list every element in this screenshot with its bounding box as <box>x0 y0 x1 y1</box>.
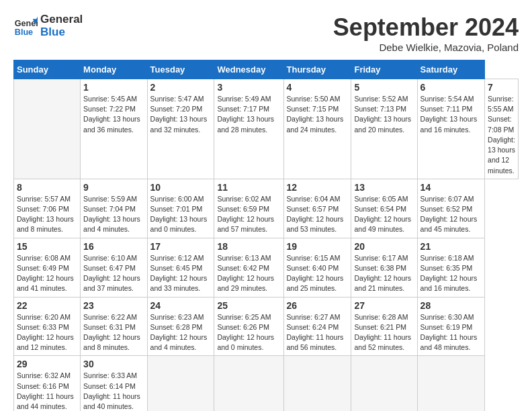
day-number: 24 <box>150 300 212 311</box>
day-info: Sunrise: 5:47 AMSunset: 7:20 PMDaylight:… <box>150 95 208 134</box>
calendar-cell: 14 Sunrise: 6:07 AMSunset: 6:52 PMDaylig… <box>417 179 484 238</box>
calendar-week-2: 15 Sunrise: 6:08 AMSunset: 6:49 PMDaylig… <box>14 238 519 297</box>
day-number: 11 <box>217 182 280 193</box>
logo-general: General <box>40 13 83 26</box>
day-number: 28 <box>420 300 482 311</box>
day-number: 20 <box>354 241 414 252</box>
calendar-cell: 24 Sunrise: 6:23 AMSunset: 6:28 PMDaylig… <box>147 297 214 356</box>
day-number: 23 <box>83 300 144 311</box>
svg-text:Blue: Blue <box>15 27 33 36</box>
calendar-cell: 15 Sunrise: 6:08 AMSunset: 6:49 PMDaylig… <box>14 238 81 297</box>
day-number: 9 <box>83 182 144 193</box>
day-number: 16 <box>83 241 144 252</box>
day-info: Sunrise: 6:02 AMSunset: 6:59 PMDaylight:… <box>217 195 274 234</box>
weekday-header-row: SundayMondayTuesdayWednesdayThursdayFrid… <box>14 60 519 79</box>
day-number: 21 <box>420 241 482 252</box>
calendar-week-0: 1 Sunrise: 5:45 AMSunset: 7:22 PMDayligh… <box>14 79 519 179</box>
day-info: Sunrise: 6:05 AMSunset: 6:54 PMDaylight:… <box>354 195 411 234</box>
day-info: Sunrise: 6:18 AMSunset: 6:35 PMDaylight:… <box>420 254 478 293</box>
day-info: Sunrise: 6:13 AMSunset: 6:42 PMDaylight:… <box>217 254 274 293</box>
day-info: Sunrise: 5:54 AMSunset: 7:11 PMDaylight:… <box>420 95 478 134</box>
calendar-cell: 3 Sunrise: 5:49 AMSunset: 7:17 PMDayligh… <box>214 79 283 179</box>
calendar-cell: 12 Sunrise: 6:04 AMSunset: 6:57 PMDaylig… <box>283 179 351 238</box>
day-info: Sunrise: 6:10 AMSunset: 6:47 PMDaylight:… <box>83 254 140 293</box>
title-block: September 2024 Debe Wielkie, Mazovia, Po… <box>333 13 519 53</box>
calendar-cell <box>351 356 417 411</box>
day-number: 17 <box>150 241 212 252</box>
day-number: 4 <box>287 82 349 93</box>
day-info: Sunrise: 6:20 AMSunset: 6:33 PMDaylight:… <box>17 313 74 352</box>
day-number: 7 <box>488 82 515 93</box>
day-info: Sunrise: 5:45 AMSunset: 7:22 PMDaylight:… <box>83 95 140 134</box>
calendar-cell <box>147 356 214 411</box>
day-number: 13 <box>354 182 414 193</box>
day-info: Sunrise: 6:28 AMSunset: 6:21 PMDaylight:… <box>354 313 411 352</box>
logo: General Blue General Blue <box>13 13 83 38</box>
day-number: 26 <box>287 300 349 311</box>
day-number: 18 <box>217 241 280 252</box>
calendar-cell: 25 Sunrise: 6:25 AMSunset: 6:26 PMDaylig… <box>214 297 283 356</box>
day-info: Sunrise: 5:57 AMSunset: 7:06 PMDaylight:… <box>17 195 74 234</box>
day-info: Sunrise: 6:04 AMSunset: 6:57 PMDaylight:… <box>287 195 344 234</box>
day-number: 6 <box>420 82 482 93</box>
calendar-cell: 10 Sunrise: 6:00 AMSunset: 7:01 PMDaylig… <box>147 179 214 238</box>
calendar-cell: 1 Sunrise: 5:45 AMSunset: 7:22 PMDayligh… <box>81 79 147 179</box>
calendar-cell <box>214 356 283 411</box>
day-info: Sunrise: 5:49 AMSunset: 7:17 PMDaylight:… <box>217 95 274 134</box>
calendar-cell: 7 Sunrise: 5:55 AMSunset: 7:08 PMDayligh… <box>485 79 519 179</box>
calendar-cell: 19 Sunrise: 6:15 AMSunset: 6:40 PMDaylig… <box>283 238 351 297</box>
calendar-week-3: 22 Sunrise: 6:20 AMSunset: 6:33 PMDaylig… <box>14 297 519 356</box>
day-info: Sunrise: 6:32 AMSunset: 6:16 PMDaylight:… <box>17 371 74 410</box>
day-info: Sunrise: 6:08 AMSunset: 6:49 PMDaylight:… <box>17 254 74 293</box>
day-info: Sunrise: 6:30 AMSunset: 6:19 PMDaylight:… <box>420 313 478 352</box>
calendar-cell: 20 Sunrise: 6:17 AMSunset: 6:38 PMDaylig… <box>351 238 417 297</box>
day-number: 3 <box>217 82 280 93</box>
calendar-cell <box>417 356 484 411</box>
day-info: Sunrise: 6:27 AMSunset: 6:24 PMDaylight:… <box>287 313 344 352</box>
calendar-cell: 28 Sunrise: 6:30 AMSunset: 6:19 PMDaylig… <box>417 297 484 356</box>
calendar-cell: 18 Sunrise: 6:13 AMSunset: 6:42 PMDaylig… <box>214 238 283 297</box>
calendar-cell: 11 Sunrise: 6:02 AMSunset: 6:59 PMDaylig… <box>214 179 283 238</box>
calendar-week-4: 29 Sunrise: 6:32 AMSunset: 6:16 PMDaylig… <box>14 356 519 411</box>
day-info: Sunrise: 6:25 AMSunset: 6:26 PMDaylight:… <box>217 313 274 352</box>
day-number: 8 <box>17 182 77 193</box>
day-info: Sunrise: 6:07 AMSunset: 6:52 PMDaylight:… <box>420 195 478 234</box>
day-number: 25 <box>217 300 280 311</box>
weekday-header-wednesday: Wednesday <box>214 60 283 79</box>
calendar-cell: 2 Sunrise: 5:47 AMSunset: 7:20 PMDayligh… <box>147 79 214 179</box>
day-number: 27 <box>354 300 414 311</box>
calendar-cell: 16 Sunrise: 6:10 AMSunset: 6:47 PMDaylig… <box>81 238 147 297</box>
calendar-cell: 8 Sunrise: 5:57 AMSunset: 7:06 PMDayligh… <box>14 179 81 238</box>
calendar-cell: 4 Sunrise: 5:50 AMSunset: 7:15 PMDayligh… <box>283 79 351 179</box>
day-info: Sunrise: 5:59 AMSunset: 7:04 PMDaylight:… <box>83 195 140 234</box>
calendar-cell: 22 Sunrise: 6:20 AMSunset: 6:33 PMDaylig… <box>14 297 81 356</box>
weekday-header-friday: Friday <box>351 60 417 79</box>
day-number: 15 <box>17 241 77 252</box>
calendar-cell <box>14 79 81 179</box>
logo-blue: Blue <box>40 26 83 39</box>
calendar-cell: 23 Sunrise: 6:22 AMSunset: 6:31 PMDaylig… <box>81 297 147 356</box>
calendar-week-1: 8 Sunrise: 5:57 AMSunset: 7:06 PMDayligh… <box>14 179 519 238</box>
weekday-header-saturday: Saturday <box>417 60 484 79</box>
day-info: Sunrise: 6:00 AMSunset: 7:01 PMDaylight:… <box>150 195 208 234</box>
calendar-cell: 30 Sunrise: 6:33 AMSunset: 6:14 PMDaylig… <box>81 356 147 411</box>
calendar-cell: 27 Sunrise: 6:28 AMSunset: 6:21 PMDaylig… <box>351 297 417 356</box>
day-number: 29 <box>17 359 77 369</box>
calendar-cell: 6 Sunrise: 5:54 AMSunset: 7:11 PMDayligh… <box>417 79 484 179</box>
day-info: Sunrise: 5:50 AMSunset: 7:15 PMDaylight:… <box>287 95 344 134</box>
calendar-cell: 17 Sunrise: 6:12 AMSunset: 6:45 PMDaylig… <box>147 238 214 297</box>
calendar-cell: 21 Sunrise: 6:18 AMSunset: 6:35 PMDaylig… <box>417 238 484 297</box>
day-info: Sunrise: 5:55 AMSunset: 7:08 PMDaylight:… <box>488 95 515 175</box>
calendar-cell: 9 Sunrise: 5:59 AMSunset: 7:04 PMDayligh… <box>81 179 147 238</box>
calendar-cell: 13 Sunrise: 6:05 AMSunset: 6:54 PMDaylig… <box>351 179 417 238</box>
day-info: Sunrise: 6:33 AMSunset: 6:14 PMDaylight:… <box>83 371 140 410</box>
day-number: 22 <box>17 300 77 311</box>
location-subtitle: Debe Wielkie, Mazovia, Poland <box>333 42 519 53</box>
day-number: 30 <box>83 359 144 369</box>
calendar-cell: 5 Sunrise: 5:52 AMSunset: 7:13 PMDayligh… <box>351 79 417 179</box>
calendar-cell: 29 Sunrise: 6:32 AMSunset: 6:16 PMDaylig… <box>14 356 81 411</box>
day-info: Sunrise: 6:22 AMSunset: 6:31 PMDaylight:… <box>83 313 140 352</box>
day-info: Sunrise: 6:12 AMSunset: 6:45 PMDaylight:… <box>150 254 208 293</box>
weekday-header-sunday: Sunday <box>14 60 81 79</box>
day-number: 19 <box>287 241 349 252</box>
